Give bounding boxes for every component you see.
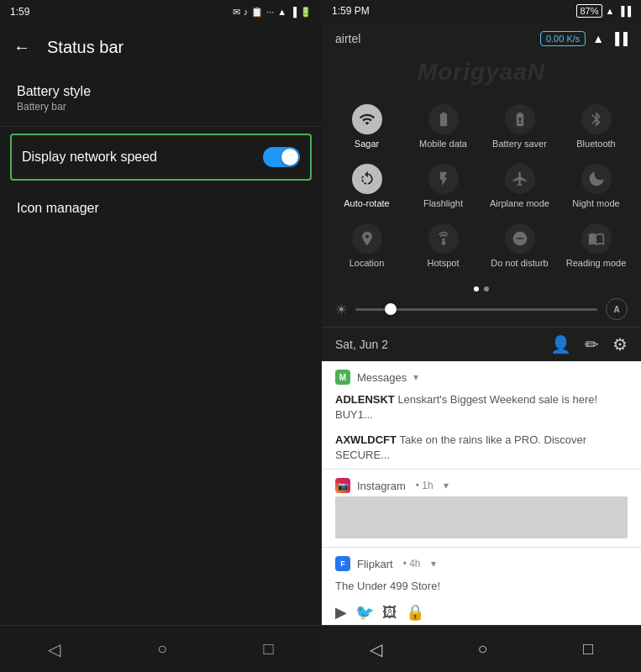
bluetooth-icon xyxy=(581,104,612,134)
battery-saver-icon xyxy=(505,104,535,134)
instagram-app-icon: 📷 xyxy=(335,478,350,493)
qs-tile-dnd[interactable]: Do not disturb xyxy=(481,215,558,275)
notif-item-adlenskt: ADLENSKT Lenskart's Biggest Weekend sale… xyxy=(322,388,641,428)
right-status-icons: 87% ▲ ▐▐ xyxy=(576,4,631,18)
notifications-area: M Messages ▾ ADLENSKT Lenskart's Biggest… xyxy=(322,361,641,625)
messages-dropdown-arrow: ▾ xyxy=(413,371,418,383)
right-back-button[interactable]: ◁ xyxy=(361,631,391,668)
lock-icon[interactable]: 🔒 xyxy=(406,603,424,622)
dnd-icon xyxy=(505,223,535,254)
flipkart-action-icons: ▶ 🐦 🖼 🔒 xyxy=(322,600,641,625)
qs-page-dots xyxy=(322,281,641,295)
left-home-button[interactable]: ○ xyxy=(149,631,176,667)
instagram-time: • 1h xyxy=(416,480,433,491)
messages-notification[interactable]: M Messages ▾ ADLENSKT Lenskart's Biggest… xyxy=(322,361,641,470)
qs-tile-mobile-data[interactable]: Mobile data xyxy=(405,96,481,155)
brightness-slider[interactable] xyxy=(355,308,597,311)
instagram-notification[interactable]: 📷 Instagram • 1h ▾ xyxy=(322,470,641,548)
qs-tile-battery-saver[interactable]: Battery saver xyxy=(481,96,558,155)
flipkart-time: • 4h xyxy=(403,558,421,570)
flipkart-notif-text: The Under 499 Store! xyxy=(335,580,440,592)
instagram-dropdown-arrow: ▾ xyxy=(444,480,449,491)
brightness-thumb[interactable] xyxy=(385,303,397,315)
right-home-button[interactable]: ○ xyxy=(469,631,496,667)
flipkart-notif-header: F Flipkart • 4h ▾ xyxy=(322,548,641,575)
qs-label-bluetooth: Bluetooth xyxy=(576,139,615,149)
display-network-speed-item[interactable]: Display network speed xyxy=(10,134,312,181)
music-icon: ♪ xyxy=(244,7,249,17)
qs-label-sagar: Sagar xyxy=(355,139,379,149)
qs-label-mobile-data: Mobile data xyxy=(419,139,467,149)
flipkart-dropdown-arrow: ▾ xyxy=(431,558,436,570)
more-icon: ··· xyxy=(266,7,274,17)
qs-tile-reading[interactable]: Reading mode xyxy=(558,215,634,275)
right-recent-button[interactable]: □ xyxy=(575,631,602,667)
play-icon[interactable]: ▶ xyxy=(335,603,347,622)
left-status-bar: 1:59 ✉ ♪ 📋 ··· ▲ ▐ 🔋 xyxy=(0,0,322,24)
icon-manager-title: Icon manager xyxy=(17,201,305,216)
settings-icon[interactable]: ⚙ xyxy=(612,334,628,354)
instagram-notif-header: 📷 Instagram • 1h ▾ xyxy=(322,470,641,496)
right-status-bar: 1:59 PM 87% ▲ ▐▐ xyxy=(322,0,641,22)
qs-tile-location[interactable]: Location xyxy=(328,215,405,275)
qs-tile-night-mode[interactable]: Night mode xyxy=(558,155,634,215)
reading-mode-icon xyxy=(581,223,612,254)
twitter-icon[interactable]: 🐦 xyxy=(355,603,374,622)
sender-axwldcft: AXWLDCFT xyxy=(335,433,400,446)
hotspot-icon xyxy=(428,223,459,254)
right-wifi-icon: ▲ xyxy=(606,6,615,16)
messages-app-name: Messages xyxy=(357,371,407,384)
flipkart-notif-item: The Under 499 Store! xyxy=(322,575,641,600)
edit-icon[interactable]: ✏ xyxy=(585,334,599,354)
qs-bars-signal: ▐▐ xyxy=(611,32,628,45)
left-panel: 1:59 ✉ ♪ 📋 ··· ▲ ▐ 🔋 ← Status bar Batter… xyxy=(0,0,322,672)
qs-wifi-signal: ▲ xyxy=(592,32,604,45)
icon-manager-item[interactable]: Icon manager xyxy=(0,187,322,229)
left-status-icons: ✉ ♪ 📋 ··· ▲ ▐ 🔋 xyxy=(233,7,312,18)
left-recent-button[interactable]: □ xyxy=(255,631,282,667)
dot-2 xyxy=(484,286,489,291)
user-icon[interactable]: 👤 xyxy=(550,334,571,354)
msg-icon: ✉ xyxy=(233,7,240,18)
qs-tile-airplane[interactable]: Airplane mode xyxy=(481,155,558,215)
wifi-icon-left: ▲ xyxy=(277,7,286,17)
left-bottom-nav: ◁ ○ □ xyxy=(0,625,322,672)
right-time: 1:59 PM xyxy=(332,5,370,17)
qs-action-icons: 👤 ✏ ⚙ xyxy=(550,334,628,354)
qs-date-bar: Sat, Jun 2 👤 ✏ ⚙ xyxy=(322,327,641,361)
qs-grid: Sagar Mobile data Battery saver Bluetoot… xyxy=(322,89,641,281)
watermark: MorigyaaN xyxy=(322,55,641,89)
flipkart-notification[interactable]: F Flipkart • 4h ▾ The Under 499 Store! ▶… xyxy=(322,548,641,625)
qs-tile-bluetooth[interactable]: Bluetooth xyxy=(558,96,634,155)
left-back-button[interactable]: ◁ xyxy=(39,631,69,668)
qs-tile-auto-rotate[interactable]: Auto-rotate xyxy=(328,155,405,215)
qs-header: airtel 0.00 K/s ▲ ▐▐ xyxy=(322,22,641,55)
battery-style-item[interactable]: Battery style Battery bar xyxy=(0,71,322,127)
qs-label-night-mode: Night mode xyxy=(572,198,619,208)
signal-icon-left: ▐ xyxy=(290,7,297,17)
quick-settings-panel: airtel 0.00 K/s ▲ ▐▐ MorigyaaN Sagar xyxy=(322,22,641,361)
qs-tile-flashlight[interactable]: Flashlight xyxy=(405,155,481,215)
qs-tile-sagar[interactable]: Sagar xyxy=(328,96,405,155)
mobile-data-icon xyxy=(428,104,459,134)
brightness-control: ☀ A xyxy=(322,295,641,327)
qs-tile-hotspot[interactable]: Hotspot xyxy=(405,215,481,275)
airplane-icon xyxy=(505,164,535,194)
brightness-low-icon: ☀ xyxy=(335,302,347,318)
instagram-app-name: Instagram xyxy=(357,480,406,492)
qs-label-reading: Reading mode xyxy=(566,258,627,268)
auto-brightness-button[interactable]: A xyxy=(606,298,628,320)
network-speed-toggle[interactable] xyxy=(263,147,300,167)
flashlight-icon xyxy=(428,164,459,194)
qs-label-airplane: Airplane mode xyxy=(490,198,549,208)
messages-notif-header: M Messages ▾ xyxy=(322,361,641,388)
flipkart-app-name: Flipkart xyxy=(357,558,393,570)
display-network-title: Display network speed xyxy=(22,150,157,165)
qs-label-flashlight: Flashlight xyxy=(423,198,463,208)
qs-date: Sat, Jun 2 xyxy=(335,338,388,351)
battery-percentage: 87% xyxy=(576,4,602,18)
back-button[interactable]: ← xyxy=(13,38,30,57)
image-icon[interactable]: 🖼 xyxy=(382,604,397,622)
clipboard-icon: 📋 xyxy=(251,7,263,18)
carrier-name: airtel xyxy=(335,32,360,45)
